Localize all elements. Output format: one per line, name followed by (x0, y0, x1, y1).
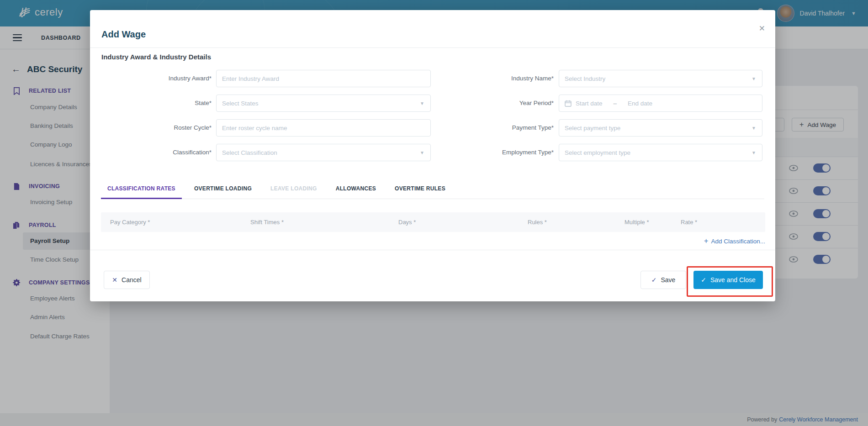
classification-select[interactable]: Select Classification ▼ (216, 144, 431, 161)
chevron-down-icon: ▼ (752, 150, 762, 155)
classification-table-header: Pay Category * Shift Times * Days * Rule… (101, 212, 765, 232)
chevron-down-icon: ▼ (420, 101, 430, 106)
plus-icon: + (704, 237, 708, 245)
roster-cycle-field[interactable] (216, 119, 431, 137)
col-pay-category: Pay Category * (110, 212, 150, 232)
employment-type-select[interactable]: Select employment type ▼ (559, 144, 762, 161)
modal-title: Add Wage (101, 29, 146, 40)
roster-cycle-label: Roster Cycle* (117, 119, 212, 137)
chevron-down-icon: ▼ (752, 126, 762, 131)
tab-overtime-rules[interactable]: OVERTIME RULES (388, 178, 452, 199)
industry-name-label: Industry Name* (460, 70, 554, 87)
cancel-button[interactable]: ✕ Cancel (104, 271, 150, 289)
employment-type-label: Employment Type* (460, 144, 554, 161)
tab-classification-rates[interactable]: CLASSIFICATION RATES (101, 178, 182, 199)
year-period-label: Year Period* (460, 95, 554, 112)
tab-overtime-loading[interactable]: OVERTIME LOADING (188, 178, 258, 199)
chevron-down-icon: ▼ (752, 76, 762, 81)
col-rate: Rate * (681, 212, 697, 232)
col-multiple: Multiple * (625, 212, 649, 232)
calendar-icon (565, 100, 572, 107)
save-button[interactable]: ✓ Save (640, 271, 686, 289)
col-days: Days * (398, 212, 416, 232)
close-icon: ✕ (112, 276, 117, 284)
industry-award-label: Industry Award* (117, 70, 212, 87)
roster-cycle-input[interactable] (217, 120, 430, 136)
tab-allowances[interactable]: ALLOWANCES (329, 178, 382, 199)
tab-leave-loading[interactable]: LEAVE LOADING (264, 178, 323, 199)
industry-award-field[interactable] (216, 70, 431, 87)
payment-type-select[interactable]: Select payment type ▼ (559, 119, 762, 137)
state-label: State* (117, 95, 212, 112)
industry-name-select[interactable]: Select Industry ▼ (559, 70, 762, 87)
industry-award-input[interactable] (217, 70, 430, 87)
start-date-input[interactable]: Start date (576, 100, 603, 107)
add-classification-link[interactable]: + Add Classification... (704, 237, 765, 245)
save-and-close-button[interactable]: ✓ Save and Close (693, 271, 763, 289)
close-icon[interactable]: ✕ (759, 25, 765, 32)
check-icon: ✓ (701, 276, 706, 284)
chevron-down-icon: ▼ (420, 150, 430, 155)
add-wage-modal: Add Wage ✕ Industry Award & Industry Det… (90, 10, 775, 301)
check-icon: ✓ (651, 276, 657, 284)
year-period-daterange[interactable]: Start date – End date (559, 95, 762, 112)
modal-divider (90, 250, 775, 250)
modal-tabs: CLASSIFICATION RATES OVERTIME LOADING LE… (101, 178, 764, 199)
end-date-input[interactable]: End date (628, 100, 652, 107)
col-rules: Rules * (528, 212, 547, 232)
date-range-separator: – (614, 100, 617, 107)
state-select[interactable]: Select States ▼ (216, 95, 431, 112)
payment-type-label: Payment Type* (460, 119, 554, 137)
modal-section-title: Industry Award & Industry Details (101, 53, 211, 61)
modal-divider (90, 47, 775, 48)
classification-label: Classification* (117, 144, 212, 161)
col-shift-times: Shift Times * (250, 212, 284, 232)
